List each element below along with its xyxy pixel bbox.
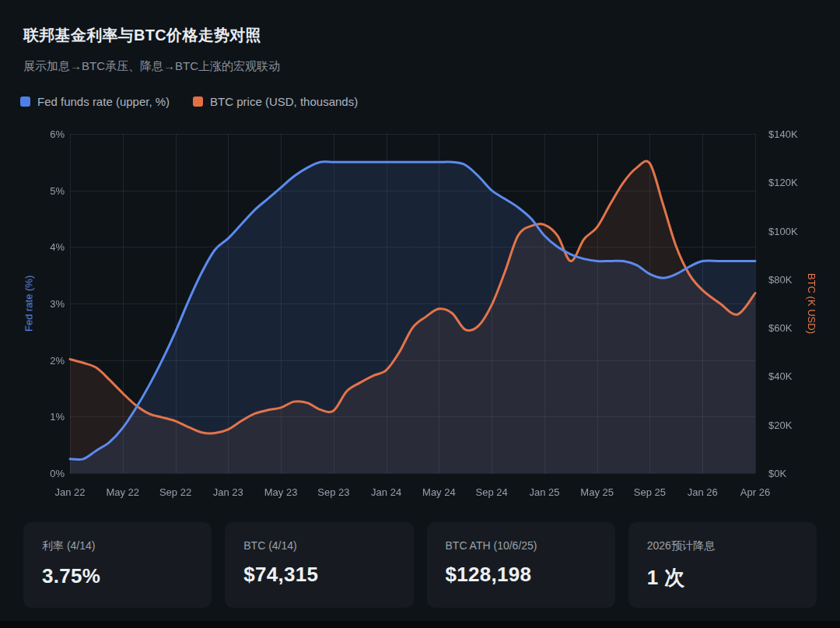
x-axis-tick-label: Jan 24 (371, 486, 401, 498)
stat-card-value: 3.75% (42, 564, 193, 588)
y-axis-right-tick-label: $20K (768, 419, 792, 430)
y-axis-left-tick-label: 6% (50, 128, 65, 140)
x-axis-tick-label: Sep 23 (317, 486, 349, 498)
btc-price-legend-swatch-icon (193, 96, 203, 107)
y-axis-right-tick-label: $60K (768, 322, 792, 334)
y-axis-right-tick-label: $140K (768, 128, 798, 140)
chart-area: 0%1%2%3%4%5%6%$0K$20K$40K$60K$80K$100K$1… (0, 121, 840, 514)
stat-card-label: BTC (4/14) (243, 539, 394, 552)
y-axis-right-tick-label: $120K (768, 177, 798, 188)
stat-card-rate: 利率 (4/14) 3.75% (23, 522, 212, 608)
page: 联邦基金利率与BTC价格走势对照 展示加息→BTC承压、降息→BTC上涨的宏观联… (0, 0, 840, 628)
stat-card-value: 1 次 (647, 564, 798, 591)
fed-rate-legend-swatch-icon (20, 96, 30, 107)
y-axis-left-tick-label: 5% (50, 184, 65, 196)
stat-card-label: 利率 (4/14) (42, 539, 193, 553)
legend-label: BTC price (USD, thousands) (210, 95, 358, 108)
x-axis-tick-label: Jan 22 (54, 486, 85, 498)
x-axis-tick-label: Sep 24 (476, 486, 508, 498)
y-axis-right-tick-label: $40K (768, 370, 792, 382)
stat-card-value: $74,315 (243, 563, 394, 587)
line-chart-canvas[interactable] (0, 121, 840, 514)
x-axis-tick-label: Sep 25 (634, 486, 666, 498)
x-axis-tick-label: Jan 23 (213, 486, 243, 498)
x-axis-tick-label: May 25 (580, 486, 614, 498)
stat-card-2026-cuts: 2026预计降息 1 次 (628, 522, 817, 608)
x-axis-tick-label: Jan 26 (688, 486, 718, 498)
x-axis-tick-label: Apr 26 (740, 486, 770, 498)
page-title: 联邦基金利率与BTC价格走势对照 (23, 25, 261, 46)
y-axis-left-tick-label: 4% (50, 241, 65, 253)
stat-card-label: BTC ATH (10/6/25) (446, 539, 597, 552)
y-axis-left-tick-label: 1% (50, 411, 65, 423)
legend-label: Fed funds rate (upper, %) (37, 95, 170, 108)
y-axis-right-tick-label: $100K (768, 225, 798, 237)
page-subtitle: 展示加息→BTC承压、降息→BTC上涨的宏观联动 (23, 59, 280, 74)
y-axis-left-tick-label: 3% (50, 298, 65, 310)
x-axis-tick-label: Jan 25 (529, 486, 559, 498)
y-axis-right-tick-label: $80K (768, 273, 792, 285)
x-axis-tick-label: May 22 (106, 486, 139, 498)
y-axis-left-tick-label: 0% (50, 468, 65, 479)
stat-card-label: 2026预计降息 (647, 539, 798, 553)
x-axis-tick-label: Sep 22 (159, 486, 191, 498)
legend-item-btc-price[interactable]: BTC price (USD, thousands) (193, 95, 358, 108)
right-axis-title: BTC (K USD) (806, 273, 817, 334)
stat-card-btc-ath: BTC ATH (10/6/25) $128,198 (427, 522, 615, 608)
stat-card-value: $128,198 (446, 563, 597, 587)
x-axis-tick-label: May 23 (264, 486, 298, 498)
chart-legend: Fed funds rate (upper, %) BTC price (USD… (20, 95, 358, 108)
legend-item-fed-rate[interactable]: Fed funds rate (upper, %) (20, 95, 170, 108)
left-axis-title: Fed rate (%) (23, 275, 35, 332)
bottom-edge-strip (0, 621, 840, 628)
stat-cards: 利率 (4/14) 3.75% BTC (4/14) $74,315 BTC A… (23, 522, 817, 608)
y-axis-left-tick-label: 2% (50, 354, 65, 366)
y-axis-right-tick-label: $0K (768, 468, 786, 479)
stat-card-btc: BTC (4/14) $74,315 (225, 522, 413, 608)
x-axis-tick-label: May 24 (422, 486, 456, 498)
